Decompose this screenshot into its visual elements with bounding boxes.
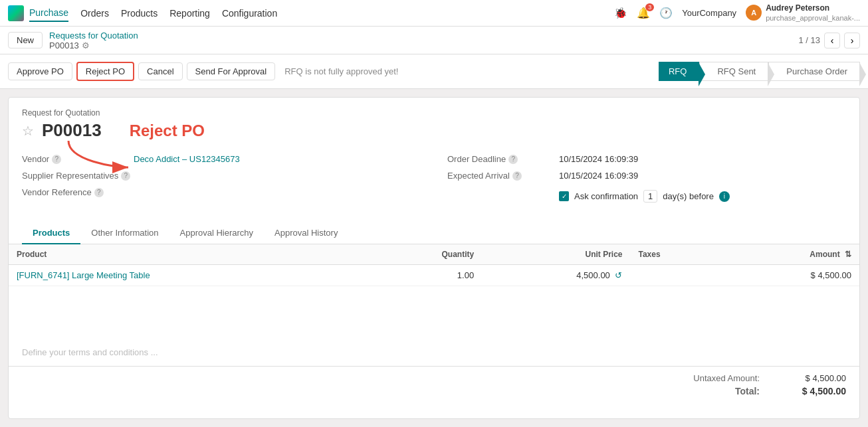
status-message: RFQ is not fully approved yet! <box>284 66 655 76</box>
vendor-label: Vendor ? <box>22 154 128 164</box>
notification-badge: 3 <box>645 3 654 11</box>
tabs-bar: Products Other Information Approval Hier… <box>9 222 859 244</box>
total-value: $ 4,500.00 <box>786 386 846 396</box>
ask-confirmation-info-icon[interactable]: i <box>719 191 730 202</box>
breadcrumb-current: P00013 <box>49 41 79 50</box>
product-name-cell: [FURN_6741] Large Meeting Table <box>9 265 366 286</box>
col-unit-price: Unit Price <box>482 244 630 265</box>
tab-products[interactable]: Products <box>22 222 80 244</box>
ask-confirmation-field-row: ✓ Ask confirmation 1 day(s) before i <box>447 187 846 203</box>
top-navigation: Purchase Orders Products Reporting Confi… <box>0 0 868 27</box>
user-details: Audrey Peterson purchase_approval_kanak-… <box>766 3 860 23</box>
unit-price-cell[interactable]: 4,500.00 ↺ <box>482 265 630 286</box>
supplier-rep-field-row: Supplier Representatives ? <box>22 171 421 181</box>
supplier-rep-help-icon[interactable]: ? <box>121 171 130 181</box>
tab-other-information[interactable]: Other Information <box>80 222 169 244</box>
order-deadline-value[interactable]: 10/15/2024 16:09:39 <box>559 154 638 164</box>
pagination-prev[interactable]: ‹ <box>824 33 840 48</box>
vendor-ref-field-row: Vendor Reference ? <box>22 187 421 197</box>
cancel-button[interactable]: Cancel <box>138 62 182 80</box>
action-bar: Approve PO Reject PO Cancel Send For App… <box>0 54 868 89</box>
breadcrumb-parent[interactable]: Requests for Quotation <box>49 31 138 41</box>
company-name: YourCompany <box>682 8 736 18</box>
col-product: Product <box>9 244 366 265</box>
status-pipeline: RFQ RFQ Sent Purchase Order <box>659 62 860 81</box>
nav-purchase[interactable]: Purchase <box>29 5 68 22</box>
expected-arrival-help-icon[interactable]: ? <box>512 171 522 181</box>
gear-icon[interactable]: ⚙ <box>82 41 90 50</box>
ask-confirmation-row: ✓ Ask confirmation 1 day(s) before i <box>559 190 730 203</box>
ask-confirmation-label: Ask confirmation <box>574 191 638 201</box>
days-before-label: day(s) before <box>663 191 714 201</box>
approve-po-button[interactable]: Approve PO <box>8 62 72 80</box>
status-purchase-order[interactable]: Purchase Order <box>768 62 860 81</box>
products-table: Product Quantity Unit Price Taxes Amount… <box>9 244 859 286</box>
order-deadline-field-row: Order Deadline ? 10/15/2024 16:09:39 <box>447 154 846 164</box>
reject-po-annotation: Reject PO <box>130 122 205 140</box>
total-row: Total: $ 4,500.00 <box>693 386 846 396</box>
footer-totals: Untaxed Amount: $ 4,500.00 Total: $ 4,50… <box>9 366 859 406</box>
taxes-cell[interactable] <box>630 265 721 286</box>
doc-type-label: Request for Quotation <box>22 108 846 118</box>
expected-arrival-field-row: Expected Arrival ? 10/15/2024 16:09:39 <box>447 171 846 181</box>
tab-approval-hierarchy[interactable]: Approval Hierarchy <box>169 222 265 244</box>
col-quantity: Quantity <box>366 244 482 265</box>
order-deadline-help-icon[interactable]: ? <box>508 155 518 164</box>
form-header: Request for Quotation ☆ P00013 Reject PO <box>9 98 859 154</box>
nav-products[interactable]: Products <box>121 5 158 21</box>
user-db: purchase_approval_kanak-... <box>766 13 860 23</box>
product-link[interactable]: [FURN_6741] Large Meeting Table <box>17 270 150 280</box>
user-menu[interactable]: A Audrey Peterson purchase_approval_kana… <box>746 3 860 23</box>
vendor-field-row: Vendor ? Deco Addict – US12345673 <box>22 154 421 164</box>
breadcrumb-bar: New Requests for Quotation P00013 ⚙ 1 / … <box>0 27 868 54</box>
send-for-approval-button[interactable]: Send For Approval <box>187 62 276 80</box>
products-table-container: Product Quantity Unit Price Taxes Amount… <box>9 244 859 286</box>
company-selector[interactable]: YourCompany <box>682 8 736 18</box>
favorite-icon[interactable]: ☆ <box>22 123 34 139</box>
terms-area[interactable]: Define your terms and conditions ... <box>9 339 859 366</box>
amount-cell: $ 4,500.00 <box>721 265 859 286</box>
avatar: A <box>746 5 762 21</box>
untaxed-value: $ 4,500.00 <box>786 373 846 383</box>
columns-settings-icon[interactable]: ⇅ <box>845 250 851 259</box>
col-taxes: Taxes <box>630 244 721 265</box>
status-rfq[interactable]: RFQ <box>659 62 699 81</box>
total-label: Total: <box>735 386 760 396</box>
untaxed-label: Untaxed Amount: <box>693 373 760 383</box>
vendor-help-icon[interactable]: ? <box>52 155 61 164</box>
status-rfq-sent[interactable]: RFQ Sent <box>699 62 768 81</box>
reject-po-button[interactable]: Reject PO <box>76 62 134 81</box>
refresh-icon[interactable]: ↺ <box>615 270 622 280</box>
col-amount: Amount ⇅ <box>721 244 859 265</box>
ask-confirmation-checkbox[interactable]: ✓ <box>559 191 569 201</box>
nav-configuration[interactable]: Configuration <box>222 5 277 21</box>
vendor-ref-help-icon[interactable]: ? <box>94 188 104 197</box>
empty-rows-area <box>9 286 859 339</box>
untaxed-amount-row: Untaxed Amount: $ 4,500.00 <box>693 373 846 383</box>
table-row: [FURN_6741] Large Meeting Table 1.00 4,5… <box>9 265 859 286</box>
user-name: Audrey Peterson <box>766 3 860 14</box>
bug-icon[interactable]: 🐞 <box>614 7 627 19</box>
nav-reporting[interactable]: Reporting <box>169 5 210 21</box>
pagination: 1 / 13 ‹ › <box>798 33 860 48</box>
nav-orders[interactable]: Orders <box>80 5 109 21</box>
quantity-cell[interactable]: 1.00 <box>366 265 482 286</box>
clock-icon[interactable]: 🕐 <box>659 7 673 19</box>
new-button[interactable]: New <box>8 32 43 48</box>
tab-approval-history[interactable]: Approval History <box>264 222 348 244</box>
po-number: P00013 <box>42 120 102 141</box>
main-content: Request for Quotation ☆ P00013 Reject PO… <box>8 97 860 419</box>
supplier-rep-label: Supplier Representatives ? <box>22 171 130 181</box>
vendor-value[interactable]: Deco Addict – US12345673 <box>134 154 240 164</box>
ask-confirmation-days[interactable]: 1 <box>643 190 657 203</box>
expected-arrival-label: Expected Arrival ? <box>447 171 554 181</box>
expected-arrival-value[interactable]: 10/15/2024 16:09:39 <box>559 171 638 181</box>
fields-section: Vendor ? Deco Addict – US12345673 Suppli… <box>9 154 859 217</box>
pagination-count: 1 / 13 <box>798 35 820 45</box>
pagination-next[interactable]: › <box>844 33 860 48</box>
app-logo <box>8 5 24 21</box>
notifications-icon[interactable]: 🔔3 <box>637 7 650 19</box>
vendor-ref-label: Vendor Reference ? <box>22 187 128 197</box>
order-deadline-label: Order Deadline ? <box>447 154 554 164</box>
